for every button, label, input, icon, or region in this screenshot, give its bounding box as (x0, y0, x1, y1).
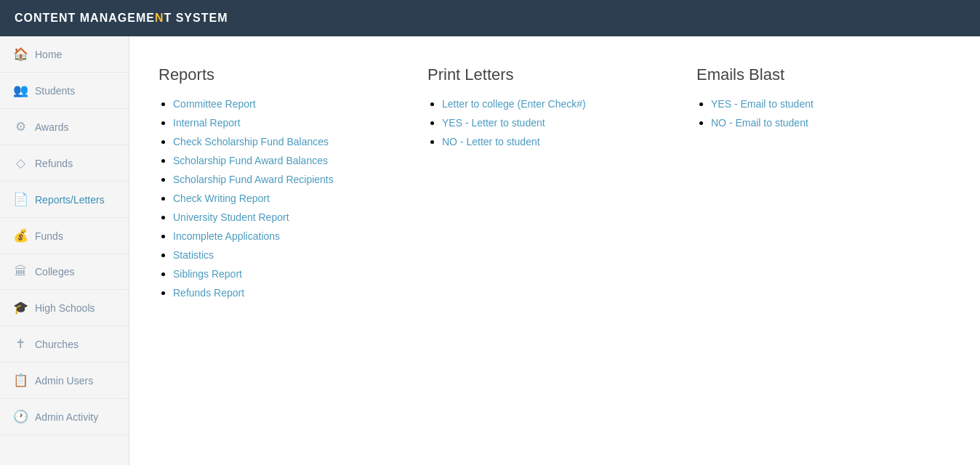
sidebar: 🏠Home👥Students⚙Awards◇Refunds📄Reports/Le… (0, 36, 129, 465)
section-title-emails-blast: Emails Blast (696, 65, 951, 84)
sidebar-item-reports-letters[interactable]: 📄Reports/Letters (0, 182, 129, 218)
list-item-incomplete-applications: Incomplete Applications (173, 230, 413, 243)
sidebar-item-label: Reports/Letters (35, 194, 105, 206)
section-title-reports: Reports (158, 65, 413, 84)
sidebar-item-churches[interactable]: ✝Churches (0, 326, 129, 363)
list-item-yes-letter-to-student: YES - Letter to student (442, 116, 682, 129)
list-item-statistics: Statistics (173, 248, 413, 262)
section-title-print-letters: Print Letters (427, 65, 682, 84)
settings-button[interactable] (935, 15, 947, 21)
sidebar-item-label: Refunds (35, 158, 73, 169)
list-item-check-writing-report: Check Writing Report (173, 192, 413, 205)
awards-icon: ⚙ (13, 119, 28, 134)
link-yes-email-to-student[interactable]: YES - Email to student (711, 98, 814, 110)
list-item-scholarship-fund-award-recipients: Scholarship Fund Award Recipients (173, 173, 413, 186)
header: CONTENT MANAGEMENT SYSTEM (0, 0, 980, 36)
link-list-emails-blast: YES - Email to studentNO - Email to stud… (696, 97, 951, 129)
sidebar-item-high-schools[interactable]: 🎓High Schools (0, 290, 129, 326)
link-list-print-letters: Letter to college (Enter Check#)YES - Le… (427, 97, 682, 148)
sidebar-item-label: Students (35, 85, 75, 97)
sidebar-item-label: Admin Activity (35, 411, 98, 423)
sidebar-item-label: Awards (35, 121, 68, 133)
list-item-refunds-report: Refunds Report (173, 286, 413, 299)
link-university-student-report[interactable]: University Student Report (173, 211, 289, 223)
sidebar-item-colleges[interactable]: 🏛Colleges (0, 254, 129, 290)
sidebar-item-admin-users[interactable]: 📋Admin Users (0, 363, 129, 399)
admin-users-icon: 📋 (13, 373, 28, 388)
section-reports: ReportsCommittee ReportInternal ReportCh… (158, 65, 413, 305)
churches-icon: ✝ (13, 336, 28, 352)
link-internal-report[interactable]: Internal Report (173, 117, 241, 129)
sidebar-item-label: Funds (35, 230, 63, 242)
sidebar-item-students[interactable]: 👥Students (0, 73, 129, 109)
students-icon: 👥 (13, 83, 28, 98)
home-icon: 🏠 (13, 46, 28, 62)
link-siblings-report[interactable]: Siblings Report (173, 268, 242, 280)
list-item-letter-to-college: Letter to college (Enter Check#) (442, 97, 682, 110)
header-actions (935, 15, 965, 21)
sidebar-item-label: Churches (35, 339, 79, 350)
list-item-university-student-report: University Student Report (173, 211, 413, 224)
link-no-email-to-student[interactable]: NO - Email to student (711, 117, 808, 129)
colleges-icon: 🏛 (13, 264, 28, 279)
reports-letters-icon: 📄 (13, 192, 28, 207)
link-check-scholarship-fund-balances[interactable]: Check Scholarship Fund Balances (173, 136, 329, 147)
list-item-no-email-to-student: NO - Email to student (711, 116, 951, 129)
sidebar-item-refunds[interactable]: ◇Refunds (0, 145, 129, 182)
link-letter-to-college[interactable]: Letter to college (Enter Check#) (442, 98, 586, 110)
sidebar-item-funds[interactable]: 💰Funds (0, 218, 129, 254)
link-list-reports: Committee ReportInternal ReportCheck Sch… (158, 97, 413, 299)
link-incomplete-applications[interactable]: Incomplete Applications (173, 230, 280, 242)
sidebar-item-label: Home (35, 49, 62, 60)
list-item-scholarship-fund-award-balances: Scholarship Fund Award Balances (173, 154, 413, 167)
list-item-committee-report: Committee Report (173, 97, 413, 110)
logout-button[interactable] (954, 15, 965, 21)
body-wrap: 🏠Home👥Students⚙Awards◇Refunds📄Reports/Le… (0, 36, 980, 465)
app-title: CONTENT MANAGEMENT SYSTEM (15, 12, 228, 25)
section-emails-blast: Emails BlastYES - Email to studentNO - E… (696, 65, 951, 305)
section-print-letters: Print LettersLetter to college (Enter Ch… (427, 65, 682, 305)
link-committee-report[interactable]: Committee Report (173, 98, 256, 110)
list-item-no-letter-to-student: NO - Letter to student (442, 135, 682, 148)
link-refunds-report[interactable]: Refunds Report (173, 287, 244, 299)
link-scholarship-fund-award-recipients[interactable]: Scholarship Fund Award Recipients (173, 174, 334, 185)
funds-icon: 💰 (13, 228, 28, 243)
refunds-icon: ◇ (13, 155, 28, 171)
sidebar-item-admin-activity[interactable]: 🕐Admin Activity (0, 399, 129, 435)
list-item-siblings-report: Siblings Report (173, 267, 413, 280)
link-scholarship-fund-award-balances[interactable]: Scholarship Fund Award Balances (173, 155, 328, 166)
main-content: ReportsCommittee ReportInternal ReportCh… (129, 36, 980, 465)
link-no-letter-to-student[interactable]: NO - Letter to student (442, 136, 540, 147)
list-item-internal-report: Internal Report (173, 116, 413, 129)
link-check-writing-report[interactable]: Check Writing Report (173, 193, 270, 204)
sidebar-item-label: Colleges (35, 266, 74, 278)
high-schools-icon: 🎓 (13, 300, 28, 315)
sidebar-item-awards[interactable]: ⚙Awards (0, 109, 129, 145)
sidebar-item-label: High Schools (35, 302, 95, 314)
admin-activity-icon: 🕐 (13, 409, 28, 424)
sidebar-item-label: Admin Users (35, 375, 93, 387)
link-yes-letter-to-student[interactable]: YES - Letter to student (442, 117, 545, 129)
list-item-yes-email-to-student: YES - Email to student (711, 97, 951, 110)
list-item-check-scholarship-fund-balances: Check Scholarship Fund Balances (173, 135, 413, 148)
link-statistics[interactable]: Statistics (173, 249, 214, 261)
sidebar-item-home[interactable]: 🏠Home (0, 36, 129, 73)
content-grid: ReportsCommittee ReportInternal ReportCh… (158, 65, 951, 305)
